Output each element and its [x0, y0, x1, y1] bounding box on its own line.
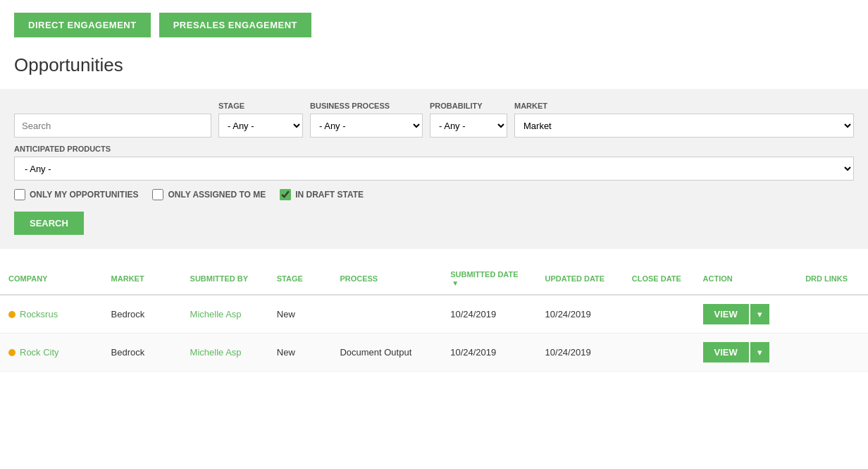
cell-process [331, 295, 442, 334]
table-row: Rocksrus Bedrock Michelle Asp New 10/24/… [0, 295, 868, 334]
anticipated-products-label: ANTICIPATED PRODUCTS [14, 145, 854, 153]
business-process-select[interactable]: - Any - [310, 114, 423, 138]
col-header-updated-date: UPDATED DATE [537, 263, 624, 295]
market-label: MARKET [514, 102, 854, 110]
cell-process: Document Output [331, 334, 442, 372]
anticipated-products-row: ANTICIPATED PRODUCTS - Any - [14, 145, 854, 181]
in-draft-state-checkbox[interactable] [280, 189, 291, 200]
cell-drd-links [797, 334, 868, 372]
status-dot [8, 349, 16, 356]
col-header-process: PROCESS [331, 263, 442, 295]
table-body: Rocksrus Bedrock Michelle Asp New 10/24/… [0, 295, 868, 372]
filter-panel: STAGE - Any - BUSINESS PROCESS - Any - P… [0, 89, 868, 249]
search-button[interactable]: SEARCH [14, 212, 84, 235]
only-assigned-to-me-checkbox-label[interactable]: ONLY ASSIGNED TO ME [152, 189, 266, 200]
cell-updated-date: 10/24/2019 [537, 334, 624, 372]
cell-submitted-date: 10/24/2019 [442, 295, 536, 334]
stage-select[interactable]: - Any - [218, 114, 303, 138]
table-header: COMPANY MARKET SUBMITTED BY STAGE PROCES… [0, 263, 868, 295]
submitted-date-sort-icon: ▼ [452, 279, 459, 287]
cell-submitted-by: Michelle Asp [182, 334, 268, 372]
only-my-opportunities-label: ONLY MY OPPORTUNITIES [30, 190, 138, 200]
cell-company: Rocksrus [0, 295, 103, 334]
search-group [14, 102, 211, 138]
probability-label: PROBABILITY [430, 102, 507, 110]
top-buttons-bar: DIRECT ENGAGEMENT PRESALES ENGAGEMENT [0, 0, 868, 50]
cell-drd-links [797, 295, 868, 334]
presales-engagement-button[interactable]: PRESALES ENGAGEMENT [159, 13, 311, 37]
only-my-opportunities-checkbox[interactable] [14, 189, 25, 200]
col-header-action: ACTION [695, 263, 798, 295]
anticipated-products-select[interactable]: - Any - [14, 157, 854, 181]
probability-group: PROBABILITY - Any - [430, 102, 507, 138]
page-title: Opportunities [0, 50, 868, 89]
cell-submitted-date: 10/24/2019 [442, 334, 536, 372]
market-select[interactable]: Market [514, 114, 854, 138]
business-process-label: BUSINESS PROCESS [310, 102, 423, 110]
cell-close-date [624, 334, 695, 372]
view-dropdown-button[interactable]: ▾ [750, 342, 769, 363]
col-header-drd-links: DRD LINKS [797, 263, 868, 295]
view-dropdown-button[interactable]: ▾ [750, 304, 769, 324]
cell-company: Rock City [0, 334, 103, 372]
submitted-by-link[interactable]: Michelle Asp [190, 309, 242, 319]
cell-action: VIEW ▾ [695, 334, 798, 372]
business-process-group: BUSINESS PROCESS - Any - [310, 102, 423, 138]
cell-market: Bedrock [103, 334, 182, 372]
cell-submitted-by: Michelle Asp [182, 295, 268, 334]
results-section: COMPANY MARKET SUBMITTED BY STAGE PROCES… [0, 263, 868, 372]
in-draft-state-label: IN DRAFT STATE [295, 190, 364, 200]
view-button[interactable]: VIEW [703, 342, 749, 363]
col-header-close-date: CLOSE DATE [624, 263, 695, 295]
filter-checkboxes: ONLY MY OPPORTUNITIES ONLY ASSIGNED TO M… [14, 189, 854, 200]
direct-engagement-button[interactable]: DIRECT ENGAGEMENT [14, 13, 151, 37]
search-label-spacer [14, 102, 211, 110]
view-button[interactable]: VIEW [703, 304, 749, 324]
only-my-opportunities-checkbox-label[interactable]: ONLY MY OPPORTUNITIES [14, 189, 138, 200]
search-input[interactable] [14, 114, 211, 138]
filter-row-1: STAGE - Any - BUSINESS PROCESS - Any - P… [14, 102, 854, 138]
only-assigned-to-me-label: ONLY ASSIGNED TO ME [168, 190, 266, 200]
cell-stage: New [268, 295, 332, 334]
stage-group: STAGE - Any - [218, 102, 303, 138]
cell-action: VIEW ▾ [695, 295, 798, 334]
col-header-submitted-date[interactable]: SUBMITTED DATE ▼ [442, 263, 536, 295]
cell-updated-date: 10/24/2019 [537, 295, 624, 334]
opportunities-table: COMPANY MARKET SUBMITTED BY STAGE PROCES… [0, 263, 868, 372]
cell-stage: New [268, 334, 332, 372]
cell-close-date [624, 295, 695, 334]
status-dot [8, 311, 16, 318]
company-link[interactable]: Rock City [20, 347, 59, 358]
col-header-submitted-by: SUBMITTED BY [182, 263, 268, 295]
stage-label: STAGE [218, 102, 303, 110]
in-draft-state-checkbox-label[interactable]: IN DRAFT STATE [280, 189, 364, 200]
col-header-market: MARKET [103, 263, 182, 295]
col-header-stage: STAGE [268, 263, 332, 295]
submitted-by-link[interactable]: Michelle Asp [190, 347, 242, 358]
probability-select[interactable]: - Any - [430, 114, 507, 138]
table-row: Rock City Bedrock Michelle Asp New Docum… [0, 334, 868, 372]
col-header-company: COMPANY [0, 263, 103, 295]
company-link[interactable]: Rocksrus [20, 309, 58, 319]
cell-market: Bedrock [103, 295, 182, 334]
market-group: MARKET Market [514, 102, 854, 138]
only-assigned-to-me-checkbox[interactable] [152, 189, 163, 200]
